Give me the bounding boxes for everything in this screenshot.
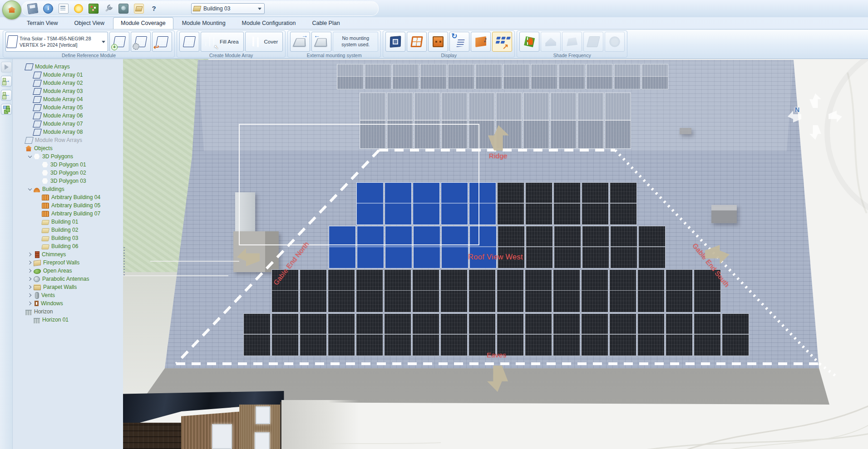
chevron-right-icon[interactable]	[26, 251, 34, 258]
module[interactable]	[356, 269, 383, 312]
tab-module-coverage[interactable]: Module Coverage	[113, 17, 173, 29]
tree-item-building-01[interactable]: Building 01	[13, 218, 123, 226]
module[interactable]	[610, 182, 637, 225]
add-module-array-button[interactable]	[109, 32, 129, 52]
scale-view-button[interactable]	[385, 32, 405, 52]
tab-module-mounting[interactable]: Module Mounting	[174, 17, 233, 29]
module-selected[interactable]	[469, 226, 497, 268]
chevron-right-icon[interactable]	[26, 267, 34, 274]
module[interactable]	[469, 313, 496, 356]
module-selected[interactable]	[413, 182, 440, 225]
module-selected[interactable]	[441, 182, 468, 225]
tree-item-horizon[interactable]: Horizon	[13, 307, 123, 316]
module[interactable]	[610, 226, 637, 268]
module[interactable]	[637, 269, 665, 312]
module[interactable]	[553, 182, 581, 225]
module[interactable]	[525, 269, 552, 312]
module-selected[interactable]	[385, 226, 412, 268]
report-icon[interactable]	[59, 4, 69, 14]
module-north[interactable]	[641, 64, 668, 89]
module[interactable]	[440, 313, 468, 356]
tab-terrain-view[interactable]: Terrain View	[19, 17, 66, 29]
module-selected[interactable]	[356, 182, 384, 225]
tree-item-buildings[interactable]: Buildings	[13, 185, 123, 193]
module[interactable]	[722, 313, 749, 356]
tree-item-module-array-06[interactable]: Module Array 06	[13, 112, 123, 120]
collapse-tree-icon[interactable]	[1, 90, 12, 101]
chevron-down-icon[interactable]	[26, 185, 34, 193]
expand-tree-icon[interactable]	[1, 76, 12, 87]
chevron-right-icon[interactable]	[26, 283, 34, 291]
app-logo[interactable]	[2, 0, 21, 20]
module-north[interactable]	[337, 64, 364, 89]
module[interactable]	[412, 313, 439, 356]
tree-item-module-array-05[interactable]: Module Array 05	[13, 103, 123, 112]
tree-item-arbitrary-building-07[interactable]: Arbitrary Building 07	[13, 210, 123, 218]
shade-map-button[interactable]	[519, 32, 539, 52]
fill-area-button[interactable]: Fill Area	[201, 32, 244, 52]
mounting-back-button[interactable]	[311, 32, 331, 52]
chevron-right-icon[interactable]	[26, 275, 34, 283]
module[interactable]	[526, 226, 553, 268]
tree-item-arbitrary-building-05[interactable]: Arbitrary Building 05	[13, 201, 123, 210]
tree-item-module-arrays[interactable]: Module Arrays	[13, 63, 123, 71]
reference-module-combo[interactable]: Trina Solar - TSM-455-NEG9R.28 VERTEX S+…	[5, 32, 108, 52]
save-icon[interactable]	[27, 3, 39, 15]
tree-item-module-array-01[interactable]: Module Array 01	[13, 71, 123, 79]
tree-item-parapet-walls[interactable]: Parapet Walls	[13, 283, 123, 291]
chevron-right-icon[interactable]	[26, 300, 34, 307]
module[interactable]	[328, 269, 355, 312]
tree-item-module-array-02[interactable]: Module Array 02	[13, 79, 123, 87]
module[interactable]	[525, 313, 552, 356]
module[interactable]	[384, 269, 411, 312]
module-north[interactable]	[503, 64, 530, 89]
module-north[interactable]	[360, 93, 386, 149]
module[interactable]	[582, 182, 609, 225]
tree-item-3d-polygon-03[interactable]: 3D Polygon 03	[13, 177, 123, 185]
tree-item-module-array-04[interactable]: Module Array 04	[13, 95, 123, 103]
module[interactable]	[356, 313, 383, 356]
module-north[interactable]	[387, 93, 413, 149]
tree-item-module-row-arrays[interactable]: Module Row Arrays	[13, 136, 123, 144]
mounting-forward-button[interactable]	[290, 32, 310, 52]
photo-icon[interactable]	[118, 4, 128, 14]
rotate-modules-button[interactable]	[449, 32, 469, 52]
tab-cable-plan[interactable]: Cable Plan	[304, 17, 347, 29]
module[interactable]	[581, 269, 608, 312]
tree-item-objects[interactable]: Objects	[13, 144, 123, 152]
module-north[interactable]	[448, 64, 474, 89]
tab-object-view[interactable]: Object View	[67, 17, 112, 29]
tree-item-module-array-03[interactable]: Module Array 03	[13, 87, 123, 95]
module[interactable]	[384, 313, 411, 356]
module[interactable]	[554, 226, 581, 268]
module[interactable]	[609, 313, 636, 356]
module-north[interactable]	[523, 93, 549, 149]
module[interactable]	[271, 313, 299, 356]
tree-item-horizon-01[interactable]: Horizon 01	[13, 316, 123, 324]
module-north[interactable]	[550, 93, 577, 149]
module-north[interactable]	[614, 64, 641, 89]
module[interactable]	[525, 182, 552, 225]
module[interactable]	[497, 269, 524, 312]
tree-item-windows[interactable]: Windows	[13, 299, 123, 307]
tree-item-vents[interactable]: Vents	[13, 291, 123, 299]
module-north[interactable]	[577, 93, 604, 149]
tree-item-building-03[interactable]: Building 03	[13, 234, 123, 242]
sidebar-splitter[interactable]	[123, 59, 125, 449]
module-selected[interactable]	[357, 226, 384, 268]
module[interactable]	[412, 269, 439, 312]
module-north[interactable]	[531, 64, 557, 89]
module-selected[interactable]	[329, 226, 356, 268]
cover-button[interactable]: Cover	[245, 32, 283, 52]
dimensions-button[interactable]	[471, 32, 491, 52]
building-selector[interactable]: Building 03	[191, 3, 265, 14]
module-north[interactable]	[586, 64, 613, 89]
module[interactable]	[666, 269, 693, 312]
help-icon[interactable]	[149, 4, 158, 13]
wrench-icon[interactable]	[104, 4, 113, 13]
chevron-down-icon[interactable]	[26, 153, 34, 160]
remove-module-button[interactable]	[152, 32, 172, 52]
module[interactable]	[609, 269, 636, 312]
map-icon[interactable]	[89, 4, 99, 14]
tree-item-arbitrary-building-04[interactable]: Arbitrary Building 04	[13, 193, 123, 201]
